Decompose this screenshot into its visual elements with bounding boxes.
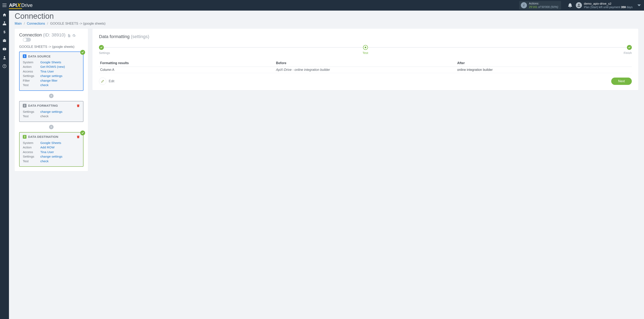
cell-column: Column A <box>99 67 275 73</box>
stepper-settings[interactable]: Settings <box>99 45 115 54</box>
step-data-destination[interactable]: 3DATA DESTINATION SystemGoogle Sheets Ac… <box>19 132 84 167</box>
col-after: After <box>456 60 632 67</box>
actions-of: of <box>538 5 540 8</box>
formatting-test-link: check <box>40 114 49 118</box>
user-icon <box>2 56 6 60</box>
logo[interactable]: API X Drive <box>9 0 32 10</box>
add-step-button-1[interactable]: + <box>49 94 54 98</box>
breadcrumb-connections[interactable]: Connections <box>27 22 45 25</box>
sidenav: $ ? <box>0 10 9 319</box>
source-access[interactable]: Tina User <box>40 69 54 74</box>
avatar-icon <box>576 2 582 8</box>
nav-profile[interactable] <box>0 53 9 62</box>
nav-connections[interactable] <box>0 19 9 28</box>
delete-formatting-button[interactable] <box>76 104 80 108</box>
nav-help[interactable]: ? <box>0 62 9 70</box>
source-system[interactable]: Google Sheets <box>40 60 61 64</box>
breadcrumb: Main / Connections / GOOGLE SHEETS -> (g… <box>15 22 638 26</box>
check-icon <box>627 45 632 50</box>
connection-id: (ID: 38910) <box>43 32 65 38</box>
step-destination-title: DATA DESTINATION <box>28 135 58 138</box>
svg-rect-3 <box>5 24 6 25</box>
edit-control[interactable]: Edit <box>99 78 114 85</box>
home-icon <box>2 13 6 17</box>
formatting-panel: Data formatting (settings) Settings Test <box>92 29 638 90</box>
actions-pct: (50%) <box>550 5 558 8</box>
user-caret[interactable] <box>638 4 641 6</box>
user-plan: Plan |Start| left until payment 359 days <box>584 6 632 9</box>
trash-icon <box>76 135 80 139</box>
question-icon: ? <box>2 64 6 68</box>
connection-title: Connection <box>19 32 43 38</box>
source-test-link[interactable]: check <box>40 83 49 87</box>
notifications-button[interactable] <box>568 3 572 8</box>
nav-billing[interactable]: $ <box>0 28 9 36</box>
briefcase-icon <box>2 38 6 42</box>
step-data-source[interactable]: 1DATA SOURCE SystemGoogle Sheets ActionG… <box>19 52 84 91</box>
step-data-formatting[interactable]: 2DATA FORMATTING Settingschange settings… <box>19 101 84 122</box>
page-title: Connection <box>15 12 638 20</box>
connection-toggle[interactable] <box>23 38 31 42</box>
user-menu[interactable]: demo_apix-drive_s2 Plan |Start| left unt… <box>576 2 632 9</box>
logo-api: API <box>9 2 17 8</box>
source-settings-link[interactable]: change settings <box>40 74 62 78</box>
actions-counter[interactable]: i Actions: 25'161 of 50'000 (50%) <box>519 1 561 10</box>
document-icon[interactable] <box>67 34 71 38</box>
source-action[interactable]: Get ROWS (new) <box>40 64 65 69</box>
dest-access[interactable]: Tina User <box>40 150 54 154</box>
next-button[interactable]: Next <box>611 78 632 85</box>
edit-label: Edit <box>109 80 114 83</box>
menu-toggle[interactable] <box>0 0 9 10</box>
logo-underline <box>9 8 22 9</box>
actions-text: Actions: 25'161 of 50'000 (50%) <box>529 2 558 9</box>
svg-rect-2 <box>4 24 5 25</box>
svg-rect-1 <box>3 24 4 25</box>
connection-header: Connection (ID: 38910) <box>19 32 84 42</box>
actions-label: Actions: <box>529 2 558 5</box>
breadcrumb-current: GOOGLE SHEETS -> (google sheets) <box>50 22 106 25</box>
dest-settings-link[interactable]: change settings <box>40 154 62 159</box>
topbar: API X Drive i Actions: 25'161 of 50'000 … <box>0 0 644 10</box>
actions-total: 50'000 <box>542 5 550 8</box>
delete-destination-button[interactable] <box>76 135 80 139</box>
breadcrumb-main[interactable]: Main <box>15 22 22 25</box>
dest-test-link[interactable]: check <box>40 159 49 164</box>
gear-icon[interactable] <box>72 34 76 38</box>
user-name: demo_apix-drive_s2 <box>584 2 632 6</box>
nav-video[interactable] <box>0 45 9 53</box>
nav-home[interactable] <box>0 10 9 19</box>
svg-rect-0 <box>4 22 5 22</box>
col-before: Before <box>275 60 456 67</box>
info-icon: i <box>521 2 527 8</box>
stepper-test[interactable]: Test <box>357 45 374 54</box>
user-text: demo_apix-drive_s2 Plan |Start| left unt… <box>584 2 632 9</box>
youtube-icon <box>2 47 6 51</box>
dest-action[interactable]: Add ROW <box>40 145 54 150</box>
check-icon <box>80 50 85 55</box>
connection-card: Connection (ID: 38910) GOOGLE SHEETS -> … <box>15 29 88 171</box>
panel-title: Data formatting <box>99 34 131 39</box>
hamburger-icon <box>2 4 6 7</box>
dest-system[interactable]: Google Sheets <box>40 141 61 145</box>
add-step-button-2[interactable]: + <box>49 125 54 129</box>
step-source-title: DATA SOURCE <box>28 54 51 58</box>
actions-used: 25'161 <box>529 5 538 8</box>
chevron-down-icon <box>638 4 641 6</box>
cell-before: ApiX-Drive - online integration builder <box>275 67 456 73</box>
step-formatting-title: DATA FORMATTING <box>28 104 58 107</box>
table-row: Column A ApiX-Drive - online integration… <box>99 67 632 73</box>
current-step-icon <box>363 45 368 50</box>
check-icon <box>80 130 85 136</box>
trash-icon <box>76 104 80 108</box>
source-filter-link[interactable]: change filter <box>40 78 58 83</box>
cell-after: online integration builder <box>456 67 632 73</box>
nav-workspace[interactable] <box>0 36 9 45</box>
stepper-finish[interactable]: Finish <box>616 45 632 54</box>
pencil-icon <box>101 80 104 83</box>
results-table: Formatting results Before After Column A… <box>99 60 632 73</box>
svg-text:?: ? <box>4 65 5 68</box>
formatting-settings-link[interactable]: change settings <box>40 110 62 114</box>
edit-button[interactable] <box>99 78 106 85</box>
svg-point-6 <box>4 56 5 58</box>
connection-subtitle: GOOGLE SHEETS -> (google sheets) <box>19 45 84 49</box>
